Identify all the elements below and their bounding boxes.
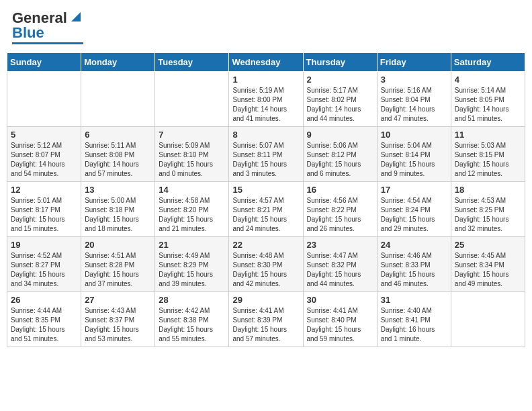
calendar-day-cell: 4 Sunrise: 5:14 AMSunset: 8:05 PMDayligh… [451,72,525,127]
day-detail: Sunrise: 4:48 AMSunset: 8:30 PMDaylight:… [232,251,299,289]
day-number: 3 [381,75,447,85]
calendar-day-cell: 26 Sunrise: 4:44 AMSunset: 8:35 PMDaylig… [7,292,81,347]
calendar-day-cell: 9 Sunrise: 5:06 AMSunset: 8:12 PMDayligh… [303,127,377,182]
calendar-day-cell: 7 Sunrise: 5:09 AMSunset: 8:10 PMDayligh… [155,127,229,182]
calendar-day-cell: 25 Sunrise: 4:45 AMSunset: 8:34 PMDaylig… [451,237,525,292]
day-detail: Sunrise: 5:00 AMSunset: 8:18 PMDaylight:… [85,196,151,234]
day-number: 6 [85,130,151,140]
day-detail: Sunrise: 4:45 AMSunset: 8:34 PMDaylight:… [455,251,521,289]
day-number: 24 [381,240,447,250]
weekday-header-friday: Friday [377,53,451,72]
day-detail: Sunrise: 5:19 AMSunset: 8:00 PMDaylight:… [232,86,299,124]
day-number: 8 [232,130,299,140]
day-number: 28 [159,295,225,305]
day-number: 25 [455,240,521,250]
day-number: 10 [381,130,447,140]
day-number: 13 [85,185,151,195]
day-number: 19 [11,240,77,250]
logo-underline [12,42,83,44]
day-detail: Sunrise: 5:07 AMSunset: 8:11 PMDaylight:… [232,141,299,179]
day-detail: Sunrise: 5:12 AMSunset: 8:07 PMDaylight:… [11,141,77,179]
day-detail: Sunrise: 5:06 AMSunset: 8:12 PMDaylight:… [307,141,373,179]
day-detail: Sunrise: 4:41 AMSunset: 8:39 PMDaylight:… [232,306,299,344]
day-number: 30 [307,295,373,305]
day-number: 29 [232,295,299,305]
day-detail: Sunrise: 4:53 AMSunset: 8:25 PMDaylight:… [455,196,521,234]
calendar-day-cell: 12 Sunrise: 5:01 AMSunset: 8:17 PMDaylig… [7,182,81,237]
day-detail: Sunrise: 4:40 AMSunset: 8:41 PMDaylight:… [381,306,447,344]
day-number: 4 [455,75,521,85]
day-number: 22 [232,240,299,250]
day-detail: Sunrise: 4:43 AMSunset: 8:37 PMDaylight:… [85,306,151,344]
weekday-header-tuesday: Tuesday [155,53,229,72]
calendar-week-row: 26 Sunrise: 4:44 AMSunset: 8:35 PMDaylig… [7,292,525,347]
day-detail: Sunrise: 5:14 AMSunset: 8:05 PMDaylight:… [455,86,521,124]
day-detail: Sunrise: 4:58 AMSunset: 8:20 PMDaylight:… [159,196,225,234]
calendar-day-cell: 21 Sunrise: 4:49 AMSunset: 8:29 PMDaylig… [155,237,229,292]
calendar-day-cell: 19 Sunrise: 4:52 AMSunset: 8:27 PMDaylig… [7,237,81,292]
calendar-day-cell: 28 Sunrise: 4:42 AMSunset: 8:38 PMDaylig… [155,292,229,347]
calendar-day-cell: 10 Sunrise: 5:04 AMSunset: 8:14 PMDaylig… [377,127,451,182]
calendar-day-cell: 5 Sunrise: 5:12 AMSunset: 8:07 PMDayligh… [7,127,81,182]
day-number: 27 [85,295,151,305]
day-number: 2 [307,75,373,85]
day-detail: Sunrise: 4:51 AMSunset: 8:28 PMDaylight:… [85,251,151,289]
day-detail: Sunrise: 4:46 AMSunset: 8:33 PMDaylight:… [381,251,447,289]
calendar-day-cell: 16 Sunrise: 4:56 AMSunset: 8:22 PMDaylig… [303,182,377,237]
calendar-table: SundayMondayTuesdayWednesdayThursdayFrid… [7,52,525,347]
day-detail: Sunrise: 4:44 AMSunset: 8:35 PMDaylight:… [11,306,77,344]
svg-marker-0 [71,12,81,21]
day-detail: Sunrise: 4:54 AMSunset: 8:24 PMDaylight:… [381,196,447,234]
day-detail: Sunrise: 4:47 AMSunset: 8:32 PMDaylight:… [307,251,373,289]
day-number: 18 [455,185,521,195]
calendar-day-cell: 27 Sunrise: 4:43 AMSunset: 8:37 PMDaylig… [81,292,155,347]
day-detail: Sunrise: 5:01 AMSunset: 8:17 PMDaylight:… [11,196,77,234]
day-detail: Sunrise: 5:09 AMSunset: 8:10 PMDaylight:… [159,141,225,179]
calendar-day-cell: 11 Sunrise: 5:03 AMSunset: 8:15 PMDaylig… [451,127,525,182]
day-detail: Sunrise: 4:42 AMSunset: 8:38 PMDaylight:… [159,306,225,344]
day-detail: Sunrise: 5:03 AMSunset: 8:15 PMDaylight:… [455,141,521,179]
calendar-day-cell: 3 Sunrise: 5:16 AMSunset: 8:04 PMDayligh… [377,72,451,127]
day-detail: Sunrise: 4:52 AMSunset: 8:27 PMDaylight:… [11,251,77,289]
calendar-day-cell: 30 Sunrise: 4:41 AMSunset: 8:40 PMDaylig… [303,292,377,347]
calendar-day-cell: 13 Sunrise: 5:00 AMSunset: 8:18 PMDaylig… [81,182,155,237]
day-number: 12 [11,185,77,195]
day-number: 1 [232,75,299,85]
day-detail: Sunrise: 4:49 AMSunset: 8:29 PMDaylight:… [159,251,225,289]
day-number: 15 [232,185,299,195]
calendar-day-cell: 20 Sunrise: 4:51 AMSunset: 8:28 PMDaylig… [81,237,155,292]
calendar-header-row: SundayMondayTuesdayWednesdayThursdayFrid… [7,53,525,72]
logo: General Blue [12,9,83,44]
calendar-day-cell: 29 Sunrise: 4:41 AMSunset: 8:39 PMDaylig… [229,292,303,347]
day-number: 26 [11,295,77,305]
calendar-week-row: 5 Sunrise: 5:12 AMSunset: 8:07 PMDayligh… [7,127,525,182]
day-detail: Sunrise: 4:56 AMSunset: 8:22 PMDaylight:… [307,196,373,234]
calendar-day-cell: 14 Sunrise: 4:58 AMSunset: 8:20 PMDaylig… [155,182,229,237]
calendar-day-cell: 31 Sunrise: 4:40 AMSunset: 8:41 PMDaylig… [377,292,451,347]
calendar-day-cell [155,72,229,127]
day-detail: Sunrise: 5:04 AMSunset: 8:14 PMDaylight:… [381,141,447,179]
day-detail: Sunrise: 4:57 AMSunset: 8:21 PMDaylight:… [232,196,299,234]
day-number: 17 [381,185,447,195]
day-detail: Sunrise: 5:16 AMSunset: 8:04 PMDaylight:… [381,86,447,124]
calendar-day-cell [7,72,81,127]
day-number: 9 [307,130,373,140]
day-detail: Sunrise: 5:17 AMSunset: 8:02 PMDaylight:… [307,86,373,124]
calendar-day-cell: 2 Sunrise: 5:17 AMSunset: 8:02 PMDayligh… [303,72,377,127]
day-number: 11 [455,130,521,140]
day-detail: Sunrise: 5:11 AMSunset: 8:08 PMDaylight:… [85,141,151,179]
calendar-day-cell [81,72,155,127]
calendar-day-cell: 6 Sunrise: 5:11 AMSunset: 8:08 PMDayligh… [81,127,155,182]
calendar-day-cell: 22 Sunrise: 4:48 AMSunset: 8:30 PMDaylig… [229,237,303,292]
day-number: 16 [307,185,373,195]
day-number: 20 [85,240,151,250]
calendar-day-cell: 8 Sunrise: 5:07 AMSunset: 8:11 PMDayligh… [229,127,303,182]
calendar-week-row: 12 Sunrise: 5:01 AMSunset: 8:17 PMDaylig… [7,182,525,237]
day-number: 5 [11,130,77,140]
weekday-header-thursday: Thursday [303,53,377,72]
logo-text-blue: Blue [12,24,44,42]
calendar-day-cell: 18 Sunrise: 4:53 AMSunset: 8:25 PMDaylig… [451,182,525,237]
calendar-day-cell: 1 Sunrise: 5:19 AMSunset: 8:00 PMDayligh… [229,72,303,127]
day-number: 21 [159,240,225,250]
calendar-week-row: 1 Sunrise: 5:19 AMSunset: 8:00 PMDayligh… [7,72,525,127]
